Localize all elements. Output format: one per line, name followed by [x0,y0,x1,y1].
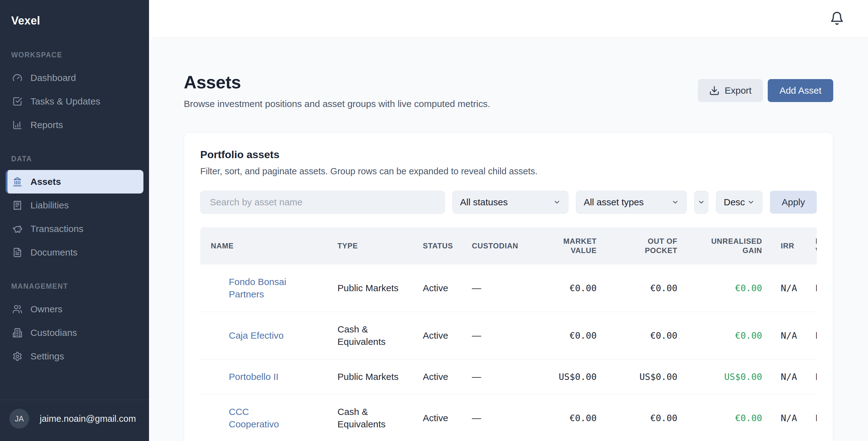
cell-value: N/A [781,413,797,423]
cell-irr: N/A [770,312,808,360]
apply-button[interactable]: Apply [770,191,817,214]
cell-irr: N/A [770,360,808,395]
chevron-down-icon [672,199,679,206]
sidebar-item-label: Custodians [30,328,77,338]
cell-value: N/A [815,372,817,382]
sort-direction-value: Desc [724,197,745,207]
sort-direction-select[interactable]: Desc [716,191,763,214]
sidebar-item-label: Documents [30,247,78,258]
column-header-label: NAME [211,241,234,250]
cell-value: — [472,372,481,382]
sidebar-item-assets[interactable]: Assets [6,170,144,194]
table-row: Caja EfectivoCash & EquivalentsActive—€0… [200,312,817,360]
assets-table: NAMETYPESTATUSCUSTODIANMARKET VALUEOUT O… [200,227,817,441]
app-logo: Vexel [0,0,149,30]
cell-value: €0.00 [570,413,597,423]
cell-market-value: €0.00 [536,265,604,312]
header-actions: Export Add Asset [698,79,833,102]
sidebar-item-owners[interactable]: Owners [6,297,144,321]
cell-unrealised-gain: €0.00 [685,395,770,441]
cell-status: Active [415,395,464,441]
sidebar-item-label: Transactions [30,224,84,234]
piggy-bank-icon [12,224,22,234]
cell-out-of-pocket: US$0.00 [604,360,685,395]
cell-status: Active [415,312,464,360]
cell-value: — [472,283,481,293]
sidebar-item-liabilities[interactable]: Liabilities [6,194,144,217]
column-header-out-of-pocket: OUT OF POCKET [604,227,685,265]
portfolio-assets-card: Portfolio assets Filter, sort, and pagin… [184,132,833,441]
gauge-icon [12,73,22,83]
cell-type: Public Markets [330,360,415,395]
sidebar-item-label: Assets [30,176,61,187]
cell-value: N/A [781,283,797,293]
assets-table-container: NAMETYPESTATUSCUSTODIANMARKET VALUEOUT O… [200,227,817,441]
chevron-down-icon [698,199,705,206]
sidebar-item-tasks-updates[interactable]: Tasks & Updates [6,90,144,113]
status-select[interactable]: All statuses [452,191,568,214]
cell-name: Caja Efectivo [200,312,330,360]
asset-name-link[interactable]: Caja Efectivo [229,329,284,342]
column-header-label: UNREALISED GAIN [711,237,762,255]
column-header-irr: IRR [770,227,808,265]
nav-section-workspace: WORKSPACEDashboardTasks & UpdatesReports [6,51,144,137]
receipt-icon [12,200,22,210]
main-area: Assets Browse investment positions and a… [149,0,868,441]
add-asset-button[interactable]: Add Asset [768,79,833,102]
sidebar-item-documents[interactable]: Documents [6,241,144,264]
chevron-down-icon [747,199,755,206]
cell-value: Public Markets [337,371,399,383]
nav-section-data: DATAAssetsLiabilitiesTransactionsDocumen… [6,155,144,264]
nav-section-label: DATA [6,155,144,163]
sidebar-item-transactions[interactable]: Transactions [6,217,144,241]
cell-value: Cash & Equivalents [337,406,404,431]
asset-type-select[interactable]: All asset types [576,191,687,214]
bar-chart-icon [12,120,22,130]
check-square-icon [12,97,22,106]
asset-name-link[interactable]: Portobello II [229,371,278,383]
cell-name: Portobello II [200,360,330,395]
cell-net-value: N/A [808,265,817,312]
cell-custodian: — [464,395,536,441]
sort-field-select[interactable] [694,191,708,214]
page-header: Assets Browse investment positions and a… [184,72,833,109]
table-row: Portobello IIPublic MarketsActive—US$0.0… [200,360,817,395]
cell-status: Active [415,360,464,395]
file-text-icon [12,247,22,258]
cell-name: CCC Cooperativo [200,395,330,441]
sidebar-item-label: Tasks & Updates [30,96,100,107]
cell-value: — [472,413,481,423]
cell-value: €0.00 [735,330,762,341]
sidebar: Vexel WORKSPACEDashboardTasks & UpdatesR… [0,0,149,441]
column-header-status: STATUS [415,227,464,265]
search-input[interactable] [200,191,445,214]
cell-value: Active [423,413,448,423]
sidebar-item-custodians[interactable]: Custodians [6,321,144,344]
add-asset-button-label: Add Asset [779,85,822,96]
notifications-button[interactable] [828,10,846,28]
cell-out-of-pocket: €0.00 [604,312,685,360]
asset-name-link[interactable]: CCC Cooperativo [229,406,292,431]
nav-section-label: WORKSPACE [6,51,144,59]
filter-bar: All statuses All asset types Desc Apply [200,191,817,214]
building-icon [12,328,22,338]
sidebar-item-dashboard[interactable]: Dashboard [6,66,144,90]
column-header-market-value: MARKET VALUE [536,227,604,265]
export-button[interactable]: Export [698,79,763,102]
export-button-label: Export [724,85,752,96]
cell-value: €0.00 [650,283,677,293]
cell-value: €0.00 [570,283,597,293]
table-row: CCC CooperativoCash & EquivalentsActive—… [200,395,817,441]
cell-value: N/A [815,283,817,293]
sidebar-item-settings[interactable]: Settings [6,344,144,368]
page-title: Assets [184,72,490,93]
table-row: Fondo Bonsai PartnersPublic MarketsActiv… [200,265,817,312]
cell-unrealised-gain: €0.00 [685,312,770,360]
sidebar-nav: WORKSPACEDashboardTasks & UpdatesReports… [0,30,149,400]
asset-name-link[interactable]: Fondo Bonsai Partners [229,276,292,301]
table-body: Fondo Bonsai PartnersPublic MarketsActiv… [200,265,817,441]
cell-irr: N/A [770,265,808,312]
page-content: Assets Browse investment positions and a… [149,38,868,441]
sidebar-item-reports[interactable]: Reports [6,113,144,137]
user-menu[interactable]: JA jaime.noain@gmail.com [0,400,149,441]
